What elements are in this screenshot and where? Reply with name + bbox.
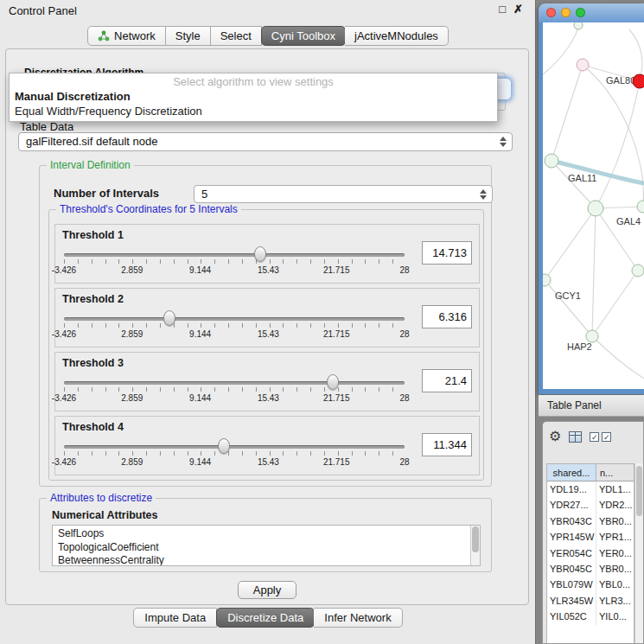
tick-label: 2.859: [121, 265, 143, 275]
tick-label: 15.43: [258, 457, 279, 467]
list-item[interactable]: TopologicalCoefficient: [58, 541, 480, 555]
table-data-combo[interactable]: galFiltered.sif default node: [18, 132, 513, 151]
combo-arrows-icon: [480, 189, 487, 200]
slider-track: [64, 253, 405, 257]
number-of-intervals-combo[interactable]: 5: [194, 185, 493, 203]
numerical-attributes-list[interactable]: SelfLoopsTopologicalCoefficientBetweenne…: [52, 525, 481, 566]
tab-cyni-toolbox[interactable]: Cyni Toolbox: [261, 26, 346, 46]
tick-label: -3.426: [52, 265, 76, 275]
tick-label: -3.426: [52, 457, 76, 467]
tick-label: 28: [399, 329, 409, 339]
table-toolbar: ⚙ ✓ ✓: [543, 422, 643, 451]
slider-scale: -3.4262.8599.14415.4321.71528: [64, 457, 405, 468]
tab-network[interactable]: Network: [87, 26, 166, 46]
network-node[interactable]: [588, 201, 603, 216]
popup-item-manual-discretization[interactable]: Manual Discretization: [10, 89, 497, 104]
network-node[interactable]: [543, 274, 551, 286]
float-window-icon[interactable]: □: [499, 3, 506, 16]
network-icon: [98, 30, 110, 41]
threshold-slider[interactable]: -3.4262.8599.14415.4321.71528: [64, 373, 405, 408]
table-row[interactable]: YIL052CYIL0...: [547, 609, 634, 624]
tab-impute-data[interactable]: Impute Data: [133, 608, 217, 628]
minimize-traffic-icon[interactable]: [561, 8, 571, 17]
network-node[interactable]: [577, 59, 589, 71]
control-panel: Control Panel □ ✗ Network Style Select C…: [0, 0, 536, 644]
tab-style[interactable]: Style: [166, 26, 211, 46]
tick-label: 2.859: [121, 329, 143, 339]
threshold-slider[interactable]: -3.4262.8599.14415.4321.71528: [64, 309, 405, 344]
tab-discretize-data[interactable]: Discretize Data: [216, 608, 315, 628]
tick-label: 9.144: [189, 393, 211, 403]
threshold-slider[interactable]: -3.4262.8599.14415.4321.71528: [64, 437, 405, 472]
tick-label: 28: [399, 265, 409, 275]
network-window-titlebar[interactable]: [539, 3, 644, 22]
table-row[interactable]: YDL19...YDL1...: [547, 481, 634, 497]
combo-arrows-icon: [500, 137, 507, 147]
column-header-name[interactable]: n...: [596, 464, 634, 481]
tick-label: 28: [399, 457, 409, 467]
threshold-value-field[interactable]: 11.344: [422, 433, 472, 456]
close-icon[interactable]: ✗: [513, 3, 523, 16]
scrollbar-thumb[interactable]: [472, 526, 479, 552]
tab-label: Impute Data: [144, 611, 206, 624]
threshold-value-field[interactable]: 6.316: [422, 305, 472, 328]
zoom-traffic-icon[interactable]: [576, 8, 585, 17]
list-scrollbar[interactable]: [470, 526, 480, 565]
table-cell: YBR0...: [596, 513, 634, 529]
tick-label: 2.859: [121, 393, 143, 403]
tab-label: jActiveMNodules: [354, 29, 438, 42]
tab-label: Select: [220, 29, 252, 42]
slider-scale: -3.4262.8599.14415.4321.71528: [64, 265, 405, 276]
tick-label: 9.144: [189, 329, 211, 339]
checkbox-icon[interactable]: ✓: [602, 432, 611, 442]
table-row[interactable]: YDR27...YDR2...: [547, 497, 634, 513]
tick-label: 15.43: [258, 265, 279, 275]
interval-definition-group: Interval Definition Number of Intervals …: [39, 165, 492, 487]
table-panel-title: Table Panel: [547, 399, 602, 411]
tab-jactivemnodules[interactable]: jActiveMNodules: [345, 26, 449, 46]
table-cell: YLR345W: [547, 593, 596, 609]
slider-ticks: [64, 451, 405, 456]
table-row[interactable]: YBL079WYBL0...: [547, 577, 634, 592]
table-scrollbar[interactable]: [634, 463, 643, 643]
table-row[interactable]: YBR045CYBR0...: [547, 561, 634, 577]
table-cell: YPR145W: [547, 529, 596, 545]
table-row[interactable]: YLR345WYLR3...: [547, 593, 634, 609]
checkbox-icon[interactable]: ✓: [590, 432, 599, 442]
threshold-value-field[interactable]: 14.713: [422, 241, 472, 265]
table-cell: YIL0...: [596, 609, 634, 624]
column-header-shared-name[interactable]: shared...: [547, 464, 596, 481]
slider-track: [64, 381, 405, 385]
threshold-slider[interactable]: -3.4262.8599.14415.4321.71528: [64, 245, 405, 280]
table-cell: YBR045C: [547, 561, 596, 577]
stepper-down-icon: [500, 143, 507, 147]
list-item[interactable]: SelfLoops: [58, 527, 480, 541]
table-row[interactable]: YER054CYER0...: [547, 545, 634, 561]
network-node[interactable]: [574, 22, 583, 29]
network-node[interactable]: [632, 265, 644, 277]
table-cell: YIL052C: [547, 609, 596, 624]
network-canvas[interactable]: GAL80GAL11GAL4GCY1HAP2: [543, 22, 644, 389]
table-header-row: shared... n...: [547, 464, 634, 481]
tab-label: Infer Network: [324, 611, 391, 624]
tab-select[interactable]: Select: [211, 26, 262, 46]
network-node[interactable]: [637, 201, 644, 213]
table-row[interactable]: YBR043CYBR0...: [547, 513, 634, 529]
network-view-window: GAL80GAL11GAL4GCY1HAP2: [539, 3, 644, 394]
close-traffic-icon[interactable]: [546, 8, 556, 17]
list-item[interactable]: BetweennessCentrality: [58, 554, 480, 566]
numerical-attributes-label: Numerical Attributes: [52, 509, 157, 521]
tab-infer-network[interactable]: Infer Network: [314, 608, 402, 628]
scrollbar-thumb[interactable]: [636, 466, 642, 516]
threshold-value-field[interactable]: 21.4: [422, 369, 472, 392]
network-node[interactable]: [586, 330, 598, 342]
tab-label: Network: [114, 29, 156, 42]
network-node[interactable]: [545, 154, 558, 168]
gear-icon[interactable]: ⚙: [549, 430, 561, 443]
cyni-toolbox-panel: Discretization Algorithm Table Data galF…: [5, 48, 529, 605]
table-row[interactable]: YPR145WYPR1...: [547, 529, 634, 545]
columns-icon[interactable]: [569, 431, 582, 443]
apply-button[interactable]: Apply: [238, 581, 296, 599]
network-node[interactable]: [633, 74, 644, 88]
popup-item-equal-width-frequency[interactable]: Equal Width/Frequency Discretization: [10, 104, 497, 118]
